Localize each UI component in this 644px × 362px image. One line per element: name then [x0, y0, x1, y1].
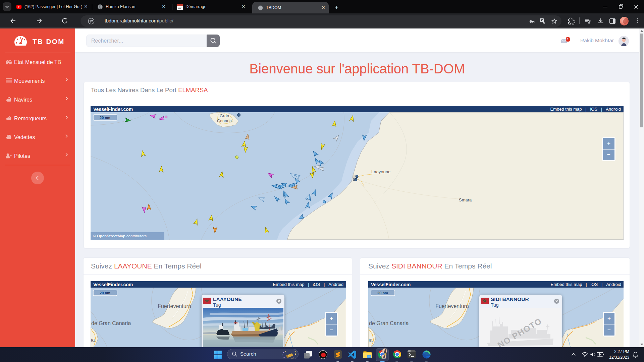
svg-text:Embed this map | iOS |: Embed this map | iOS | Android [550, 107, 621, 112]
svg-text:Canaria: Canaria [217, 119, 232, 123]
svg-text:20 nm: 20 nm [100, 116, 110, 120]
svg-text:VesselFinder.com: VesselFinder.com [93, 107, 133, 112]
svg-text:© OpenStreetMap contributors.: © OpenStreetMap contributors. [93, 234, 148, 238]
svg-text:−: − [607, 152, 610, 158]
svg-text:Laayoune: Laayoune [371, 169, 390, 174]
svg-text:+: + [607, 140, 610, 147]
svg-text:Gran: Gran [220, 114, 229, 118]
svg-text:Smara: Smara [459, 197, 472, 202]
